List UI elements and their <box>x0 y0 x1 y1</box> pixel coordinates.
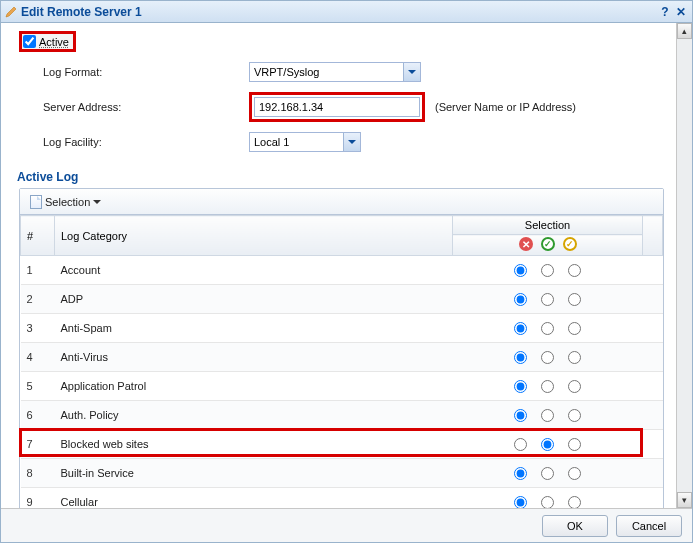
panel-toolbar: Selection <box>20 189 663 215</box>
selection-radio-1[interactable] <box>541 351 554 364</box>
row-number: 5 <box>21 372 55 401</box>
selection-radio-2[interactable] <box>568 351 581 364</box>
row-category: Anti-Virus <box>55 343 453 372</box>
row-category: Account <box>55 256 453 285</box>
selection-radio-2[interactable] <box>568 264 581 277</box>
row-selection <box>453 430 643 459</box>
selection-radio-2[interactable] <box>568 438 581 451</box>
scroll-down-arrow-icon[interactable]: ▾ <box>677 492 692 508</box>
table-row[interactable]: 4Anti-Virus <box>21 343 663 372</box>
selection-radio-2[interactable] <box>568 293 581 306</box>
ok-button[interactable]: OK <box>542 515 608 537</box>
row-category: Cellular <box>55 488 453 509</box>
section-active-log: Active Log <box>17 170 664 184</box>
enable-alert-icon[interactable] <box>563 237 577 251</box>
help-button[interactable]: ? <box>658 5 672 19</box>
scroll-up-arrow-icon[interactable]: ▴ <box>677 23 692 39</box>
row-selection <box>453 488 643 509</box>
selection-radio-0[interactable] <box>514 409 527 422</box>
window-title: Edit Remote Server 1 <box>21 5 142 19</box>
row-number: 9 <box>21 488 55 509</box>
selection-radio-1[interactable] <box>541 496 554 509</box>
row-selection <box>453 256 643 285</box>
enable-normal-icon[interactable] <box>541 237 555 251</box>
table-row[interactable]: 3Anti-Spam <box>21 314 663 343</box>
selection-radio-2[interactable] <box>568 380 581 393</box>
close-button[interactable]: ✕ <box>674 5 688 19</box>
selection-radio-2[interactable] <box>568 322 581 335</box>
row-selection <box>453 372 643 401</box>
document-icon <box>30 195 42 209</box>
row-category: ADP <box>55 285 453 314</box>
row-selection <box>453 343 643 372</box>
selection-radio-1[interactable] <box>541 467 554 480</box>
selection-radio-0[interactable] <box>514 293 527 306</box>
row-number: 4 <box>21 343 55 372</box>
row-number: 6 <box>21 401 55 430</box>
selection-radio-1[interactable] <box>541 409 554 422</box>
selection-radio-1[interactable] <box>541 264 554 277</box>
row-selection <box>453 285 643 314</box>
table-row[interactable]: 5Application Patrol <box>21 372 663 401</box>
row-number: 8 <box>21 459 55 488</box>
row-number: 3 <box>21 314 55 343</box>
selection-radio-2[interactable] <box>568 467 581 480</box>
selection-radio-2[interactable] <box>568 496 581 509</box>
row-number: 7 <box>21 430 55 459</box>
selection-radio-1[interactable] <box>541 380 554 393</box>
table-row[interactable]: 8Built-in Service <box>21 459 663 488</box>
table-row[interactable]: 1Account <box>21 256 663 285</box>
log-category-table: # Log Category Selection ✕ <box>20 215 663 508</box>
table-row[interactable]: 2ADP <box>21 285 663 314</box>
log-facility-value: Local 1 <box>254 136 289 148</box>
row-number: 2 <box>21 285 55 314</box>
selection-radio-0[interactable] <box>514 467 527 480</box>
server-address-hint: (Server Name or IP Address) <box>435 101 576 113</box>
row-category: Anti-Spam <box>55 314 453 343</box>
selection-menu-button[interactable]: Selection <box>26 191 105 213</box>
selection-radio-0[interactable] <box>514 322 527 335</box>
server-address-input[interactable] <box>254 97 420 117</box>
selection-radio-1[interactable] <box>541 322 554 335</box>
col-header-category[interactable]: Log Category <box>55 216 453 256</box>
caret-down-icon <box>93 200 101 204</box>
table-row[interactable]: 9Cellular <box>21 488 663 509</box>
row-category: Auth. Policy <box>55 401 453 430</box>
row-number: 1 <box>21 256 55 285</box>
row-category: Application Patrol <box>55 372 453 401</box>
log-facility-select[interactable]: Local 1 <box>249 132 361 152</box>
row-selection <box>453 459 643 488</box>
server-address-highlight <box>249 92 425 122</box>
col-header-num[interactable]: # <box>21 216 55 256</box>
chevron-down-icon <box>343 133 360 151</box>
row-category: Built-in Service <box>55 459 453 488</box>
scroll-track[interactable] <box>677 39 692 492</box>
selection-radio-2[interactable] <box>568 409 581 422</box>
selection-radio-0[interactable] <box>514 351 527 364</box>
selection-radio-0[interactable] <box>514 264 527 277</box>
edit-icon <box>5 6 17 18</box>
chevron-down-icon <box>403 63 420 81</box>
selection-menu-label: Selection <box>45 196 90 208</box>
log-format-select[interactable]: VRPT/Syslog <box>249 62 421 82</box>
server-address-label: Server Address: <box>19 101 249 113</box>
active-checkbox[interactable] <box>23 35 36 48</box>
log-category-panel: Selection # Log Category Selection <box>19 188 664 508</box>
row-category: Blocked web sites <box>55 430 453 459</box>
disable-all-icon[interactable]: ✕ <box>519 237 533 251</box>
selection-radio-1[interactable] <box>541 438 554 451</box>
row-selection <box>453 314 643 343</box>
selection-radio-1[interactable] <box>541 293 554 306</box>
dialog-footer: OK Cancel <box>1 508 692 542</box>
selection-radio-0[interactable] <box>514 438 527 451</box>
table-row[interactable]: 6Auth. Policy <box>21 401 663 430</box>
selection-radio-0[interactable] <box>514 380 527 393</box>
log-format-value: VRPT/Syslog <box>254 66 319 78</box>
cancel-button[interactable]: Cancel <box>616 515 682 537</box>
col-header-selection[interactable]: Selection <box>453 216 643 235</box>
table-row[interactable]: 7Blocked web sites <box>21 430 663 459</box>
vertical-scrollbar[interactable]: ▴ ▾ <box>676 23 692 508</box>
selection-radio-0[interactable] <box>514 496 527 509</box>
log-facility-label: Log Facility: <box>19 136 249 148</box>
active-checkbox-wrap: Active <box>19 31 76 52</box>
